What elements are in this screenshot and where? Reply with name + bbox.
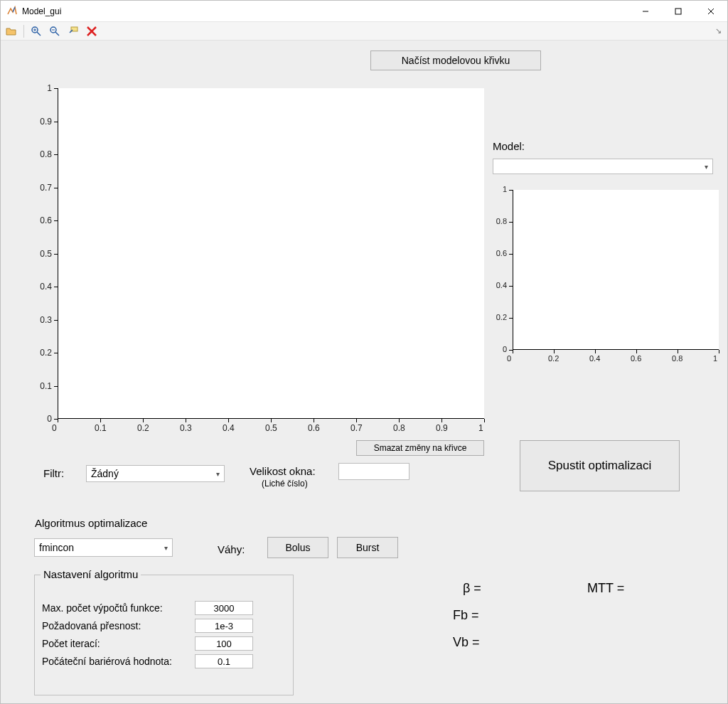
y-tick-label: 0.9 [40, 117, 52, 127]
burst-button[interactable]: Burst [337, 537, 398, 558]
load-model-curve-button[interactable]: Načíst modelovou křivku [370, 50, 541, 70]
model-select[interactable]: ▾ [493, 159, 713, 174]
clear-curve-changes-button[interactable]: Smazat změny na křivce [356, 440, 484, 456]
req-accuracy-input[interactable] [195, 619, 253, 633]
window-size-input[interactable] [338, 463, 410, 480]
zoom-in-icon[interactable] [28, 23, 44, 39]
init-barrier-input[interactable] [195, 654, 253, 668]
bolus-button[interactable]: Bolus [267, 537, 328, 558]
resize-grip-icon: ↘ [715, 26, 724, 36]
x-tick-label: 0.5 [265, 423, 277, 433]
main-axes[interactable]: 00.10.20.30.40.50.60.70.80.9100.10.20.30… [22, 83, 491, 460]
num-iter-input[interactable] [195, 636, 253, 651]
matlab-logo-icon [6, 6, 18, 17]
title-bar: Model_gui [1, 1, 727, 22]
x-tick-label: 0.7 [350, 423, 363, 433]
vb-label: Vb = [453, 635, 480, 650]
figure-client: Načíst modelovou křivku 00.10.20.30.40.5… [1, 41, 727, 703]
x-tick-label: 0.1 [95, 423, 107, 433]
x-tick-label: 0.8 [393, 423, 405, 433]
secondary-axes[interactable]: 00.20.40.60.8100.20.40.60.81 [491, 186, 726, 377]
chevron-down-icon: ▾ [164, 544, 168, 552]
x-tick-label: 0.8 [672, 354, 682, 363]
filter-select[interactable]: Žádný ▾ [86, 465, 225, 482]
filter-label: Filtr: [43, 467, 64, 479]
y-tick-label: 1 [503, 185, 507, 193]
fb-label: Fb = [453, 608, 479, 623]
maximize-button[interactable] [662, 1, 695, 22]
app-window: Model_gui ↘ Načíst modelovou křivku 00.1… [0, 0, 728, 704]
y-tick-label: 0.3 [40, 315, 52, 325]
svg-line-9 [55, 32, 59, 36]
beta-label: β = [463, 581, 481, 596]
max-func-evals-input[interactable] [195, 601, 253, 615]
minimize-button[interactable] [629, 1, 662, 22]
window-size-hint: (Liché číslo) [262, 479, 308, 489]
filter-select-value: Žádný [91, 468, 119, 479]
y-tick-label: 0.2 [496, 313, 507, 321]
y-tick-label: 0.4 [496, 281, 507, 289]
run-optimization-button[interactable]: Spustit optimalizaci [520, 440, 680, 491]
window-size-label: Velikost okna: [250, 465, 316, 477]
y-tick-label: 0.8 [40, 149, 52, 159]
data-cursor-icon[interactable] [65, 23, 81, 39]
x-tick-label: 0 [52, 423, 57, 433]
mtt-label: MTT = [587, 581, 624, 596]
algo-settings-legend: Nastavení algoritmu [41, 568, 141, 580]
x-tick-label: 0.3 [180, 423, 192, 433]
y-tick-label: 0.5 [40, 249, 52, 259]
y-tick-label: 0.2 [40, 348, 52, 358]
x-tick-label: 0 [507, 354, 511, 363]
x-tick-label: 0.2 [137, 423, 149, 433]
x-tick-label: 0.9 [436, 423, 448, 433]
chevron-down-icon: ▾ [216, 470, 220, 478]
num-iter-label: Počet iterací: [42, 638, 100, 649]
x-tick-label: 0.6 [631, 354, 641, 363]
main-plot-area[interactable] [58, 88, 484, 419]
y-tick-label: 1 [47, 83, 52, 93]
x-tick-label: 0.6 [308, 423, 320, 433]
delete-icon[interactable] [84, 23, 100, 39]
close-button[interactable] [695, 1, 727, 22]
model-label: Model: [493, 140, 525, 152]
y-tick-label: 0.8 [496, 217, 507, 225]
y-tick-label: 0.6 [40, 215, 52, 225]
algo-settings-group: Nastavení algoritmu Max. počet výpočtů f… [34, 575, 294, 695]
x-tick-label: 0.4 [223, 423, 235, 433]
init-barrier-label: Počáteční bariérová hodnota: [42, 656, 172, 667]
y-tick-label: 0 [503, 345, 507, 353]
opt-algo-select[interactable]: fmincon ▾ [34, 538, 173, 557]
y-tick-label: 0.6 [496, 249, 507, 257]
max-func-evals-label: Max. počet výpočtů funkce: [42, 602, 163, 614]
svg-rect-1 [675, 9, 681, 14]
y-tick-label: 0 [47, 414, 52, 424]
x-tick-label: 1 [478, 423, 483, 433]
x-tick-label: 0.2 [548, 354, 559, 363]
zoom-out-icon[interactable] [47, 23, 63, 39]
y-tick-label: 0.7 [40, 183, 52, 193]
chevron-down-icon: ▾ [705, 163, 708, 171]
opt-algo-select-value: fmincon [39, 542, 74, 553]
secondary-plot-area[interactable] [513, 190, 719, 350]
weights-label: Váhy: [218, 543, 245, 555]
req-accuracy-label: Požadovaná přesnost: [42, 620, 141, 631]
x-tick-label: 0.4 [589, 354, 600, 363]
open-folder-icon[interactable] [4, 23, 19, 39]
y-tick-label: 0.4 [40, 282, 52, 292]
window-title: Model_gui [22, 6, 629, 16]
y-tick-label: 0.1 [40, 381, 52, 391]
toolbar: ↘ [1, 22, 727, 41]
opt-algo-label: Algoritmus optimalizace [35, 517, 147, 529]
svg-line-5 [37, 32, 41, 36]
toolbar-separator [23, 25, 24, 38]
x-tick-label: 1 [713, 354, 717, 363]
